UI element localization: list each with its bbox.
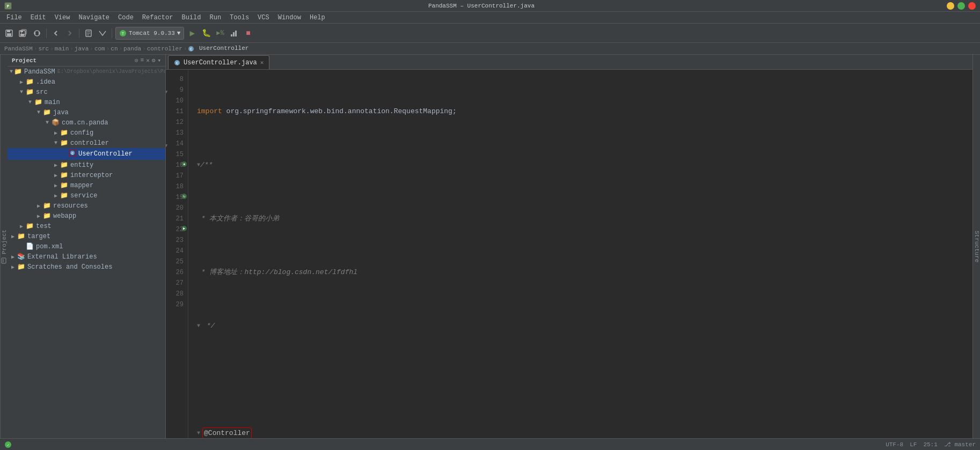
breadcrumb-usercontroller[interactable]: C UserController	[188, 45, 248, 51]
sync-button[interactable]	[31, 27, 43, 39]
run-button[interactable]: ▶	[186, 27, 198, 39]
expand-arrow: ▼	[35, 109, 42, 115]
code-content[interactable]: 8 9 ▼ 10 11 12 13 14 ▼ 15 16 ● 17	[166, 70, 972, 438]
tree-item-pom[interactable]: ▶ 📄 pom.xml	[8, 241, 165, 252]
code-text[interactable]: import org.springframework.web.bind.anno…	[188, 70, 972, 438]
line-23: 23	[166, 235, 188, 246]
tree-item-test[interactable]: ▶ 📁 test	[8, 221, 165, 231]
menu-edit[interactable]: Edit	[26, 13, 50, 23]
folder-icon: 📁	[43, 202, 51, 210]
breadcrumb-project[interactable]: PandaSSM	[4, 46, 33, 52]
line-20: 20	[166, 203, 188, 213]
menu-navigate[interactable]: Navigate	[74, 13, 114, 23]
tree-item-resources[interactable]: ▶ 📁 resources	[8, 201, 165, 211]
project-panel-label[interactable]: Project	[0, 55, 8, 438]
breadcrumb-main[interactable]: main	[55, 46, 69, 52]
project-icon: 📁	[14, 68, 22, 76]
menu-file[interactable]: File	[2, 13, 26, 23]
menu-vcs[interactable]: VCS	[253, 13, 274, 23]
menu-code[interactable]: Code	[114, 13, 138, 23]
panel-options-icon[interactable]: ▾	[157, 57, 161, 64]
menu-view[interactable]: View	[50, 13, 75, 23]
profile-button[interactable]	[228, 27, 240, 39]
breadcrumb-src[interactable]: src	[38, 46, 49, 52]
tree-item-idea[interactable]: ▶ 📁 .idea	[8, 77, 165, 87]
recent-files-button[interactable]	[83, 27, 94, 39]
tab-usercontroller[interactable]: C UserController.java ✕	[168, 55, 269, 69]
tree-root-pandassmm[interactable]: ▼ 📁 PandaSSM E:\Dropbox\phoenix\JavaProj…	[8, 67, 165, 77]
code-line-11: * 博客地址：http://blog.csdn.net/lfdfhl	[197, 267, 964, 278]
expand-arrow: ▶	[10, 254, 16, 260]
stop-button[interactable]: ■	[242, 27, 254, 39]
run-config-dropdown[interactable]: T Tomcat 9.0.33 ▼	[115, 27, 184, 40]
tree-item-webapp[interactable]: ▶ 📁 webapp	[8, 211, 165, 221]
breadcrumb: PandaSSM › src › main › java › com › cn …	[0, 43, 980, 55]
structure-panel-label[interactable]: Structure	[972, 55, 980, 438]
tree-item-java[interactable]: ▼ 📁 java	[8, 107, 165, 117]
tree-item-usercontroller[interactable]: ▶ C UserController	[8, 148, 165, 160]
save-button[interactable]	[3, 27, 15, 39]
back-button[interactable]	[50, 27, 62, 39]
run-coverage-button[interactable]: ▶%	[214, 27, 226, 39]
tree-item-external-libraries[interactable]: ▶ 📚 External Libraries	[8, 252, 165, 262]
tree-item-label: service	[70, 192, 97, 200]
breadcrumb-controller[interactable]: controller	[147, 46, 182, 52]
settings-icon[interactable]: ⚙	[152, 57, 156, 64]
encoding-label: UTF-8	[886, 441, 903, 448]
project-tree-actions[interactable]: ⊙ ≡ ✕ ⚙ ▾	[135, 57, 161, 64]
tree-item-com-cn-panda[interactable]: ▼ 📦 com.cn.panda	[8, 117, 165, 128]
expand-arrow: ▶	[10, 233, 16, 240]
tree-item-controller[interactable]: ▼ 📁 controller	[8, 138, 165, 148]
tree-item-label: main	[45, 99, 60, 106]
expand-arrow: ▶	[53, 193, 59, 199]
tree-item-mapper[interactable]: ▶ 📁 mapper	[8, 180, 165, 190]
tree-item-src[interactable]: ▼ 📁 src	[8, 87, 165, 97]
menu-build[interactable]: Build	[177, 13, 205, 23]
menu-tools[interactable]: Tools	[225, 13, 253, 23]
menu-window[interactable]: Window	[274, 13, 305, 23]
tree-item-main[interactable]: ▼ 📁 main	[8, 97, 165, 107]
svg-text:✓: ✓	[7, 443, 9, 447]
maximize-button[interactable]	[957, 2, 965, 10]
main-layout: Project Project ⊙ ≡ ✕ ⚙ ▾ ▼ 📁 PandaSSM E…	[0, 55, 980, 438]
tree-item-config[interactable]: ▶ 📁 config	[8, 128, 165, 138]
project-tree-title: Project	[12, 57, 36, 64]
debug-button[interactable]: 🐛	[200, 27, 212, 39]
folder-icon: 📁	[60, 161, 68, 169]
breadcrumb-java[interactable]: java	[75, 46, 89, 52]
menu-refactor[interactable]: Refactor	[138, 13, 178, 23]
folder-icon: 📁	[43, 108, 51, 116]
close-panel-icon[interactable]: ✕	[146, 57, 150, 64]
expand-all-icon[interactable]: ≡	[141, 57, 144, 64]
locate-file-icon[interactable]: ⊙	[135, 57, 138, 64]
tree-item-target[interactable]: ▶ 📁 target	[8, 231, 165, 241]
expand-arrow: ▶	[18, 223, 25, 230]
svg-text:C: C	[71, 152, 74, 156]
menu-run[interactable]: Run	[205, 13, 225, 23]
close-button[interactable]	[968, 2, 976, 10]
tree-item-scratches[interactable]: ▶ 📁 Scratches and Consoles	[8, 262, 165, 272]
folder-icon: 📁	[17, 263, 25, 271]
breadcrumb-cn[interactable]: cn	[111, 46, 118, 52]
line-numbers: 8 9 ▼ 10 11 12 13 14 ▼ 15 16 ● 17	[166, 70, 188, 438]
menu-help[interactable]: Help	[305, 13, 330, 23]
line-27: 27	[166, 278, 188, 289]
line-13: 13	[166, 128, 188, 138]
line-17: 17	[166, 171, 188, 181]
code-line-12: ▼ */	[197, 321, 964, 331]
expand-arrow: ▼	[18, 89, 25, 95]
tree-item-interceptor[interactable]: ▶ 📁 interceptor	[8, 170, 165, 180]
folder-icon: 📚	[17, 253, 25, 261]
nav-arrow-button[interactable]	[97, 27, 108, 39]
expand-arrow: ▶	[53, 162, 59, 168]
tree-item-label: test	[36, 223, 52, 230]
breadcrumb-panda[interactable]: panda	[123, 46, 141, 52]
tree-item-service[interactable]: ▶ 📁 service	[8, 190, 165, 201]
breadcrumb-com[interactable]: com	[94, 46, 105, 52]
tab-label: UserController.java	[184, 59, 257, 67]
save-all-button[interactable]	[17, 27, 29, 39]
minimize-button[interactable]	[947, 2, 954, 10]
tab-close-button[interactable]: ✕	[260, 59, 264, 66]
tree-item-entity[interactable]: ▶ 📁 entity	[8, 160, 165, 170]
forward-button[interactable]	[64, 27, 76, 39]
